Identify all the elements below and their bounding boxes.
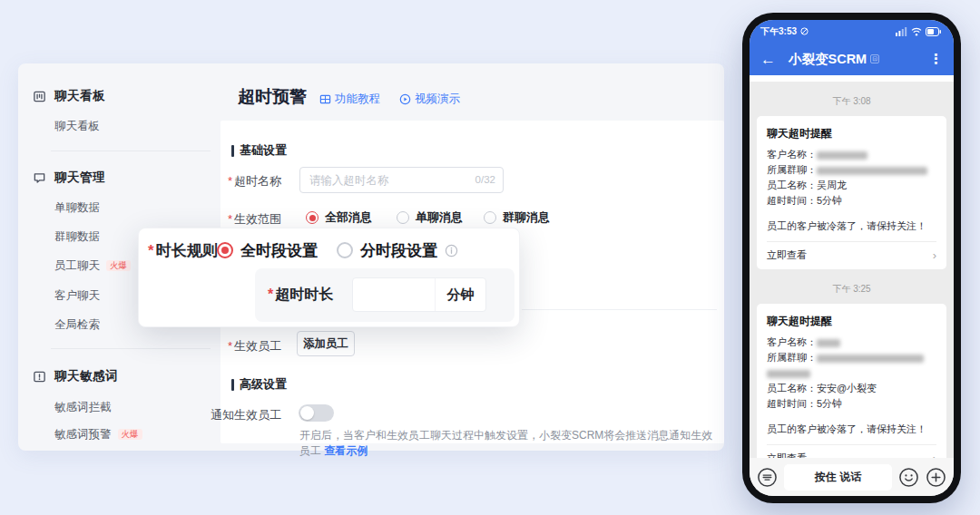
scope-label: *生效范围 [172,211,281,228]
timeout-duration-field: 分钟 [352,277,486,312]
notify-description: 开启后，当客户和生效员工聊天过程中触发设置，小裂变SCRM将会推送消息通知生效员… [299,428,717,459]
tutorial-icon [319,93,331,105]
battery-icon [926,27,941,36]
chevron-right-icon: › [933,248,936,262]
phone-status-bar: 下午3:53 [750,20,954,43]
add-staff-button[interactable]: 添加员工 [297,331,355,356]
back-arrow-icon[interactable]: ← [760,52,776,67]
radio-icon [484,211,496,224]
keyboard-icon[interactable] [757,467,778,488]
view-now-link[interactable]: 立即查看 › [767,452,936,458]
admin-app-window: 聊天看板 聊天看板 聊天管理 单聊数据 群聊数据 员工聊天 火爆 客户聊天 全局… [18,63,724,451]
duration-panel: *超时时长 分钟 [255,268,514,322]
official-badge-icon: ⊡ [870,54,879,63]
sensitive-word-icon [33,370,46,384]
timeout-alert-card[interactable]: 聊天超时提醒 客户名称： 所属群聊： 员工名称：安安@小裂变 超时时间：5分钟 … [757,304,946,458]
chevron-right-icon: › [933,452,936,458]
redacted-value [817,151,867,160]
alert-note: 员工的客户被冷落了，请保持关注！ [767,423,936,436]
duration-rule-callout: *时长规则 全时段设置 分时段设置 *超时时长 分钟 [138,228,520,327]
timeout-name-field: 0/32 [299,167,504,193]
collapsed-banner [750,75,954,82]
alert-note: 员工的客户被冷落了，请保持关注！ [767,219,936,233]
status-icons [896,27,941,36]
phone-nav-bar: ← 小裂变SCRM ⊡ ⋮ [750,43,954,75]
phone-screen: 下午3:53 ← 小裂变SCRM ⊡ ⋮ 下午 3:08 聊天超时提醒 客户名称… [750,20,954,496]
mute-icon [800,27,808,35]
radio-checked-icon [217,242,233,258]
status-time: 下午3:53 [760,25,808,38]
basic-settings-title: 基础设置 [231,142,287,159]
sidebar-item-chat-board[interactable]: 聊天看板 [18,116,227,136]
timeout-alert-card[interactable]: 聊天超时提醒 客户名称： 所属群聊： 员工名称：吴周龙 超时时间：5分钟 员工的… [757,116,946,269]
chat-board-icon [33,90,46,103]
notify-label: 通知生效员工 [172,407,281,423]
sub-panel-border [522,309,717,310]
radio-icon [397,211,409,224]
rule-option-periods[interactable]: 分时段设置 [337,240,458,261]
alert-title: 聊天超时提醒 [767,126,936,141]
kebab-menu-icon[interactable]: ⋮ [929,51,943,67]
staff-label: *生效员工 [172,338,281,355]
hot-badge: 火爆 [118,429,142,441]
sidebar-item-sensitive-alert[interactable]: 敏感词预警 火爆 [18,424,227,444]
plus-icon[interactable] [926,467,946,488]
phone-mockup: 下午3:53 ← 小裂变SCRM ⊡ ⋮ 下午 3:08 聊天超时提醒 客户名称… [742,13,961,503]
sidebar-section-chat-board[interactable]: 聊天看板 [18,86,227,106]
info-icon[interactable] [445,244,458,258]
video-demo-link[interactable]: 视频演示 [399,92,460,107]
alert-title: 聊天超时提醒 [767,314,936,329]
timeout-name-label: *超时名称 [172,173,281,189]
emoji-icon[interactable] [898,467,919,488]
scope-option-single[interactable]: 单聊消息 [397,209,463,226]
tutorial-link[interactable]: 功能教程 [319,92,380,107]
chat-timestamp: 下午 3:25 [757,283,946,296]
page-title: 超时预警 [238,85,307,109]
sidebar-divider [51,151,211,151]
scope-option-group[interactable]: 群聊消息 [484,209,550,226]
wifi-icon [911,27,922,36]
notify-toggle[interactable] [299,404,334,422]
timeout-name-input[interactable] [300,168,503,192]
advanced-settings-title: 高级设置 [231,376,287,393]
redacted-value [817,167,927,175]
radio-checked-icon [306,211,318,224]
chat-manage-icon [33,171,46,185]
hold-to-talk-button[interactable]: 按住 说话 [784,464,892,491]
chat-area: 下午 3:08 聊天超时提醒 客户名称： 所属群聊： 员工名称：吴周龙 超时时间… [750,82,954,458]
scope-option-all[interactable]: 全部消息 [306,209,372,226]
sidebar-section-sensitive-words[interactable]: 聊天敏感词 [18,366,227,386]
chat-title: 小裂变SCRM ⊡ [789,51,879,68]
redacted-value [817,339,840,347]
rule-option-fulltime[interactable]: 全时段设置 [217,240,318,261]
view-example-link[interactable]: 查看示例 [324,444,368,457]
chat-timestamp: 下午 3:08 [757,95,946,108]
duration-unit: 分钟 [435,278,485,311]
view-now-link[interactable]: 立即查看 › [767,248,936,262]
hot-badge: 火爆 [106,260,131,272]
timeout-duration-input[interactable] [353,278,435,311]
play-icon [399,93,411,105]
chat-input-bar: 按住 说话 [750,458,954,496]
redacted-value [767,370,810,378]
timeout-duration-label: *超时时长 [268,286,333,305]
char-counter: 0/32 [475,174,495,185]
duration-rule-label: *时长规则 [148,240,218,261]
signal-icon [896,27,907,36]
sidebar-section-label: 聊天看板 [54,88,105,104]
redacted-value [817,355,924,363]
radio-icon [337,242,353,258]
